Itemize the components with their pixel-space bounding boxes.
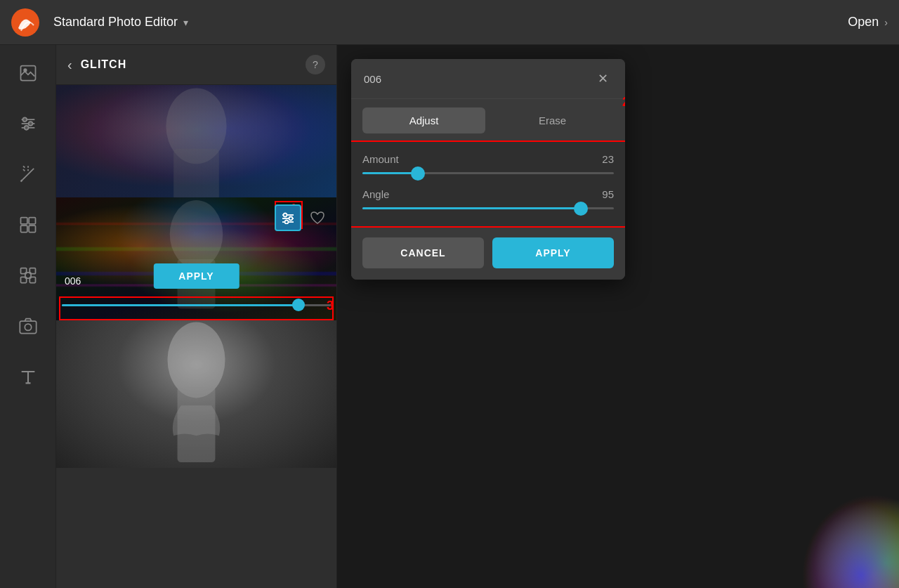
filter-preview-1 bbox=[56, 85, 336, 197]
annotation-2: 2 bbox=[622, 95, 625, 110]
amount-slider-row: Amount 23 bbox=[362, 153, 614, 174]
svg-point-7 bbox=[28, 122, 32, 126]
svg-point-28 bbox=[289, 217, 293, 221]
angle-slider-track[interactable] bbox=[362, 207, 614, 209]
svg-point-22 bbox=[170, 200, 223, 268]
icon-bar bbox=[0, 45, 56, 588]
filter-item-1[interactable] bbox=[56, 85, 336, 197]
help-button[interactable]: ? bbox=[306, 55, 325, 74]
preview-slider-area bbox=[62, 295, 331, 315]
app-title: Standard Photo Editor bbox=[53, 15, 178, 30]
icon-bar-item-adjustments[interactable] bbox=[11, 107, 45, 141]
amount-label: Amount bbox=[362, 153, 399, 165]
amount-slider-thumb[interactable] bbox=[411, 166, 425, 181]
modal-tabs: Adjust Erase 2 bbox=[351, 99, 625, 142]
svg-point-29 bbox=[285, 221, 289, 224]
icon-bar-item-camera[interactable] bbox=[11, 309, 45, 343]
amount-slider-fill bbox=[362, 172, 418, 174]
angle-slider-fill bbox=[362, 207, 581, 209]
modal-sliders: Amount 23 Angle 95 bbox=[351, 142, 625, 226]
icon-bar-item-text[interactable] bbox=[11, 360, 45, 393]
svg-rect-9 bbox=[20, 218, 27, 224]
modal-overlay: 006 ✕ Adjust Erase 2 bbox=[337, 45, 899, 588]
panel-title: GLITCH bbox=[81, 58, 297, 71]
open-chevron-icon: › bbox=[884, 17, 888, 28]
icon-bar-item-wand[interactable] bbox=[11, 157, 45, 191]
filter-006-label: 006 bbox=[65, 275, 81, 287]
filter-heart-button[interactable] bbox=[304, 204, 331, 231]
filters-panel: ‹ GLITCH ? bbox=[56, 45, 337, 588]
amount-label-row: Amount 23 bbox=[362, 153, 614, 165]
filter-settings-modal: 006 ✕ Adjust Erase 2 bbox=[351, 59, 625, 280]
svg-point-6 bbox=[22, 117, 27, 122]
modal-title: 006 bbox=[364, 73, 593, 85]
panel-content: 006 1 bbox=[56, 85, 336, 588]
amount-slider-track[interactable] bbox=[362, 172, 614, 174]
angle-value: 95 bbox=[602, 188, 614, 200]
filter-item-bw[interactable] bbox=[56, 320, 336, 468]
back-button[interactable]: ‹ bbox=[67, 57, 72, 73]
angle-slider-row: Angle 95 bbox=[362, 188, 614, 209]
tab-erase[interactable]: Erase bbox=[491, 107, 614, 133]
title-area: Standard Photo Editor ▾ bbox=[53, 15, 188, 30]
app-logo[interactable] bbox=[11, 8, 39, 37]
panel-header: ‹ GLITCH ? bbox=[56, 45, 336, 85]
svg-point-27 bbox=[284, 214, 287, 217]
modal-header: 006 ✕ bbox=[351, 59, 625, 99]
svg-point-8 bbox=[24, 126, 28, 130]
svg-rect-21 bbox=[173, 149, 219, 197]
svg-rect-18 bbox=[20, 321, 36, 334]
angle-label-row: Angle 95 bbox=[362, 188, 614, 200]
angle-label: Angle bbox=[362, 188, 389, 200]
filter-preview-3 bbox=[56, 320, 336, 468]
svg-rect-10 bbox=[29, 218, 35, 224]
angle-slider-thumb[interactable] bbox=[574, 202, 588, 216]
amount-value: 23 bbox=[602, 153, 614, 165]
filter-apply-button[interactable]: APPLY bbox=[153, 263, 239, 289]
main-area: ‹ GLITCH ? bbox=[0, 45, 899, 588]
filter-item-006[interactable]: 006 1 bbox=[56, 197, 336, 320]
tab-adjust[interactable]: Adjust bbox=[362, 107, 485, 133]
svg-rect-12 bbox=[29, 226, 35, 232]
modal-close-button[interactable]: ✕ bbox=[593, 69, 612, 89]
modal-footer: CANCEL APPLY bbox=[351, 226, 625, 280]
preview-slider-track bbox=[62, 304, 331, 306]
preview-slider-thumb[interactable] bbox=[292, 299, 305, 311]
icon-bar-item-image[interactable] bbox=[11, 56, 45, 90]
svg-point-19 bbox=[25, 324, 31, 330]
preview-slider-fill bbox=[62, 304, 298, 306]
cancel-button[interactable]: CANCEL bbox=[362, 237, 484, 268]
open-button[interactable]: Open › bbox=[848, 15, 888, 30]
apply-button[interactable]: APPLY bbox=[492, 237, 614, 268]
title-dropdown-icon[interactable]: ▾ bbox=[183, 17, 188, 28]
topbar: Standard Photo Editor ▾ Open › bbox=[0, 0, 899, 45]
icon-bar-item-dots[interactable] bbox=[11, 259, 45, 292]
main-content: 006 ✕ Adjust Erase 2 bbox=[337, 45, 899, 588]
filter-adjust-button[interactable] bbox=[275, 204, 301, 231]
icon-bar-item-grid[interactable] bbox=[11, 208, 45, 242]
svg-rect-11 bbox=[20, 226, 27, 232]
